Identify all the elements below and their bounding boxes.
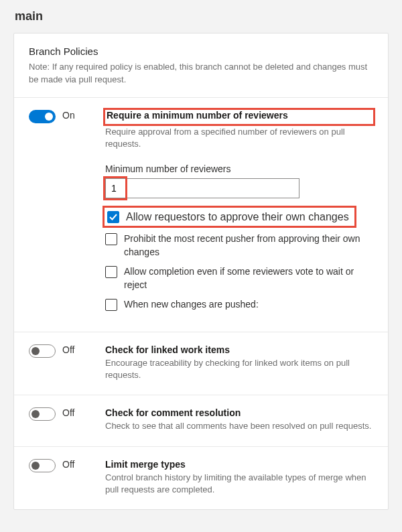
toggle-state-label: Off	[62, 407, 74, 418]
policy-desc: Require approval from a specified number…	[105, 126, 373, 150]
policy-title: Check for comment resolution	[105, 407, 373, 418]
toggle-comment-resolution[interactable]	[29, 407, 56, 421]
policy-merge-types: Off Limit merge types Control branch his…	[14, 447, 388, 509]
checkbox-label: Allow requestors to approve their own ch…	[126, 211, 349, 223]
highlight-annotation: Require a minimum number of reviewers	[103, 108, 375, 126]
card-title: Branch Policies	[29, 46, 373, 57]
branch-policies-card: Branch Policies Note: If any required po…	[13, 33, 389, 510]
toggle-state-label: Off	[62, 344, 74, 355]
checkbox-label: Allow completion even if some reviewers …	[124, 265, 373, 291]
toggle-state-label: On	[62, 110, 75, 121]
toggle-min-reviewers[interactable]	[29, 110, 56, 123]
min-reviewers-input[interactable]	[105, 178, 299, 198]
toggle-merge-types[interactable]	[29, 459, 56, 472]
checkbox-label: When new changes are pushed:	[124, 298, 373, 312]
checkmark-icon	[109, 213, 117, 221]
toggle-linked-work-items[interactable]	[29, 344, 56, 358]
checkbox-new-changes[interactable]	[105, 299, 117, 311]
checkbox-allow-completion[interactable]	[105, 266, 117, 278]
policy-comment-resolution: Off Check for comment resolution Check t…	[14, 395, 388, 446]
checkbox-label: Prohibit the most recent pusher from app…	[124, 232, 373, 259]
policy-linked-work-items: Off Check for linked work items Encourag…	[14, 332, 388, 395]
toggle-state-label: Off	[62, 459, 74, 470]
checkbox-allow-self-approve[interactable]	[107, 211, 119, 223]
card-header: Branch Policies Note: If any required po…	[14, 34, 388, 98]
page-title: main	[0, 0, 402, 30]
policy-desc: Check to see that all comments have been…	[105, 420, 373, 432]
policy-desc: Encourage traceability by checking for l…	[105, 357, 373, 381]
policy-title: Require a minimum number of reviewers	[107, 110, 372, 121]
checkbox-prohibit-recent-pusher[interactable]	[105, 233, 117, 245]
policy-title: Check for linked work items	[105, 344, 373, 355]
highlight-annotation: Allow requestors to approve their own ch…	[103, 206, 356, 228]
policy-desc: Control branch history by limiting the a…	[105, 472, 373, 496]
policy-min-reviewers: On Require a minimum number of reviewers…	[14, 98, 388, 332]
field-label-min-reviewers: Minimum number of reviewers	[105, 163, 373, 174]
card-note: Note: If any required policy is enabled,…	[29, 61, 373, 86]
policy-title: Limit merge types	[105, 459, 373, 470]
